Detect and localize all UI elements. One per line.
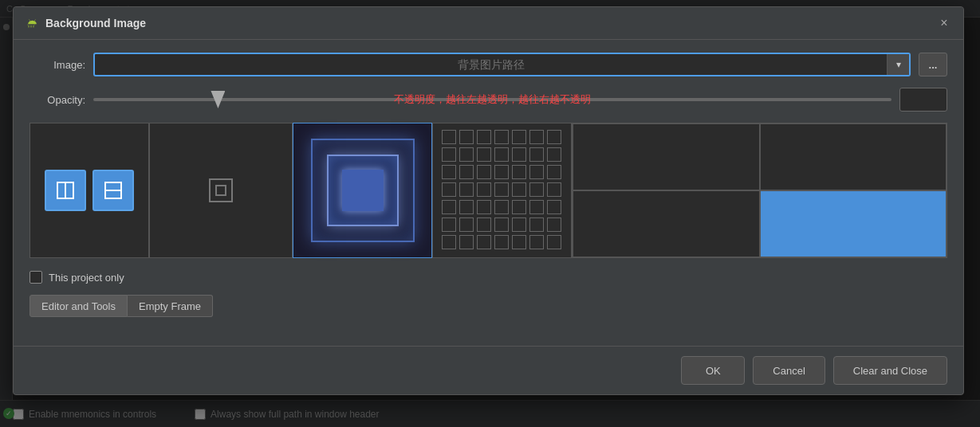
glow-square-core xyxy=(342,170,384,211)
dialog-footer: OK Cancel Clear and Close xyxy=(14,346,963,394)
grid-cell xyxy=(547,217,561,232)
checkbox-row: This project only xyxy=(30,271,947,284)
grid-cell xyxy=(547,165,561,179)
tabs-row: Editor and Tools Empty Frame xyxy=(30,295,947,317)
grid-cell xyxy=(529,217,544,232)
grid-cell xyxy=(494,235,509,249)
grid-cell xyxy=(459,165,474,179)
glow-preview-section xyxy=(293,123,432,258)
empty-frame-inner xyxy=(215,185,226,196)
layout-icons-section xyxy=(30,123,149,258)
dialog-close-button[interactable]: × xyxy=(935,14,954,33)
grid-cell xyxy=(494,182,509,197)
image-input-wrap: ▾ xyxy=(93,53,911,76)
glow-square-inner xyxy=(327,155,399,226)
tab-empty-frame[interactable]: Empty Frame xyxy=(128,295,213,317)
ok-button[interactable]: OK xyxy=(681,356,745,385)
grid-cell xyxy=(512,147,526,162)
vertical-split-icon xyxy=(54,179,77,202)
grid-cell xyxy=(442,235,456,249)
empty-frame-icon xyxy=(209,178,233,202)
grid-cell xyxy=(512,165,526,179)
grid-cell xyxy=(477,235,491,249)
image-row: Image: ▾ ... xyxy=(30,53,947,76)
dialog-body: Image: ▾ ... Opacity: 不透明度，越往左越透明，越往右越不透… xyxy=(14,40,963,346)
grid-cell xyxy=(477,147,491,162)
grid-cell xyxy=(512,217,526,232)
grid-cell xyxy=(459,235,474,249)
opacity-spinbox: ▲ ▼ xyxy=(899,88,947,112)
grid-cell xyxy=(512,182,526,197)
opacity-value-input[interactable] xyxy=(900,94,947,106)
image-dropdown-button[interactable]: ▾ xyxy=(887,53,909,76)
grid-cell xyxy=(459,217,474,232)
glow-square-outer xyxy=(311,139,415,242)
grid-cell xyxy=(494,217,509,232)
two-cell-bottom-left xyxy=(573,190,760,257)
grid-cell xyxy=(442,165,456,179)
project-only-checkbox[interactable] xyxy=(30,271,42,284)
grid-cell xyxy=(477,217,491,232)
grid-cell xyxy=(547,182,561,197)
grid-cell xyxy=(494,165,509,179)
image-browse-button[interactable]: ... xyxy=(919,53,947,76)
grid-cell xyxy=(459,200,474,214)
grid-cell xyxy=(547,200,561,214)
opacity-slider[interactable] xyxy=(93,98,891,101)
android-icon xyxy=(24,16,38,30)
clear-and-close-button[interactable]: Clear and Close xyxy=(833,356,947,385)
grid-cell xyxy=(547,147,561,162)
grid-cell xyxy=(459,147,474,162)
grid-cell xyxy=(512,235,526,249)
dialog-titlebar: Background Image × xyxy=(14,7,963,40)
empty-preview-section xyxy=(149,123,293,258)
project-only-label: This project only xyxy=(49,272,124,284)
grid-cell xyxy=(512,130,526,144)
tab-editor-tools[interactable]: Editor and Tools xyxy=(30,295,128,317)
grid-cell xyxy=(529,165,544,179)
grid-cell xyxy=(442,147,456,162)
grid-cell xyxy=(477,165,491,179)
image-label: Image: xyxy=(30,59,85,71)
mini-grid xyxy=(442,130,563,251)
grid-cell xyxy=(442,200,456,214)
opacity-row: Opacity: 不透明度，越往左越透明，越往右越不透明 ▲ ▼ xyxy=(30,88,947,112)
cancel-button[interactable]: Cancel xyxy=(753,356,825,385)
grid-cell xyxy=(529,235,544,249)
grid-preview-section xyxy=(432,123,572,258)
grid-cell xyxy=(494,130,509,144)
background-image-dialog: Background Image × Image: ▾ ... Opacity:… xyxy=(13,6,964,395)
grid-cell xyxy=(529,200,544,214)
vertical-split-button[interactable] xyxy=(45,170,86,211)
dialog-title-icon xyxy=(23,15,39,31)
previews-row xyxy=(30,123,947,258)
grid-cell xyxy=(547,130,561,144)
opacity-label: Opacity: xyxy=(30,94,85,106)
grid-cell xyxy=(442,217,456,232)
grid-cell xyxy=(494,147,509,162)
grid-cell xyxy=(512,200,526,214)
grid-cell xyxy=(529,182,544,197)
grid-cell xyxy=(442,130,456,144)
grid-cell xyxy=(529,130,544,144)
grid-cell xyxy=(477,182,491,197)
grid-cell xyxy=(477,130,491,144)
grid-cell xyxy=(459,182,474,197)
grid-cell xyxy=(477,200,491,214)
opacity-slider-wrap: 不透明度，越往左越透明，越往右越不透明 xyxy=(93,92,891,108)
grid-cell xyxy=(442,182,456,197)
two-cell-bottom-right xyxy=(760,190,947,257)
two-cell-top-left xyxy=(573,123,760,190)
grid-cell xyxy=(547,235,561,249)
grid-cell xyxy=(459,130,474,144)
dialog-title: Background Image xyxy=(45,17,928,29)
horizontal-split-icon xyxy=(102,179,124,202)
two-cell-top-right xyxy=(760,123,947,190)
two-by-two-section xyxy=(572,123,947,258)
grid-cell xyxy=(494,200,509,214)
image-input[interactable] xyxy=(95,58,887,71)
horizontal-split-button[interactable] xyxy=(92,170,134,211)
grid-cell xyxy=(529,147,544,162)
